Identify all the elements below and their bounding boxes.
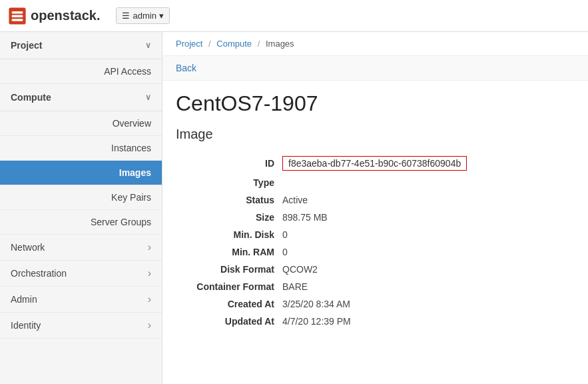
detail-label-min-ram: Min. RAM	[176, 247, 282, 257]
sidebar-item-instances-label: Instances	[111, 143, 151, 153]
topbar: openstack. ☰ admin ▾	[0, 0, 588, 32]
admin-chevron-icon: ▾	[159, 11, 164, 21]
detail-row-min-ram: Min. RAM 0	[176, 243, 575, 261]
arrow-right-icon-3: ›	[148, 293, 151, 305]
breadcrumb-compute[interactable]: Compute	[216, 39, 252, 49]
admin-menu-button[interactable]: ☰ admin ▾	[116, 7, 169, 24]
sidebar-item-admin[interactable]: Admin ›	[0, 287, 162, 313]
sidebar-section-project[interactable]: Project ∨	[0, 32, 162, 59]
sidebar-item-overview[interactable]: Overview	[0, 111, 162, 136]
detail-value-id: f8e3aeba-db77-4e51-b90c-60738f60904b	[282, 156, 467, 171]
arrow-right-icon: ›	[148, 241, 151, 253]
admin-label: admin	[133, 11, 156, 21]
detail-row-container-format: Container Format BARE	[176, 278, 575, 295]
sidebar-item-key-pairs-label: Key Pairs	[111, 192, 151, 203]
detail-label-updated-at: Updated At	[176, 316, 282, 327]
chevron-down-icon: ∨	[145, 41, 151, 50]
sidebar-item-server-groups[interactable]: Server Groups	[0, 210, 162, 235]
detail-value-disk-format: QCOW2	[282, 264, 318, 275]
sidebar-section-compute-label: Compute	[11, 92, 51, 103]
logo-text: openstack.	[31, 8, 100, 23]
logo: openstack.	[8, 7, 100, 25]
detail-label-disk-format: Disk Format	[176, 264, 282, 275]
breadcrumb-project[interactable]: Project	[176, 39, 202, 49]
back-section: Back	[162, 56, 588, 81]
sidebar-item-orchestration[interactable]: Orchestration ›	[0, 261, 162, 287]
sidebar-item-images[interactable]: Images	[0, 161, 162, 185]
breadcrumb-sep-1: /	[208, 39, 211, 49]
sidebar-item-network-label: Network	[11, 242, 45, 253]
detail-label-id: ID	[176, 158, 282, 169]
svg-rect-1	[12, 11, 23, 14]
arrow-right-icon-4: ›	[148, 319, 151, 331]
detail-value-created-at: 3/25/20 8:34 AM	[282, 299, 350, 309]
breadcrumb: Project / Compute / Images	[162, 32, 588, 56]
sidebar-item-instances[interactable]: Instances	[0, 136, 162, 161]
detail-label-min-disk: Min. Disk	[176, 229, 282, 240]
arrow-right-icon-2: ›	[148, 267, 151, 279]
svg-rect-3	[12, 19, 23, 21]
detail-row-size: Size 898.75 MB	[176, 209, 575, 226]
sidebar-item-identity[interactable]: Identity ›	[0, 313, 162, 339]
sidebar-item-images-label: Images	[119, 167, 151, 178]
detail-value-updated-at: 4/7/20 12:39 PM	[282, 316, 351, 327]
admin-icon: ☰	[122, 11, 130, 21]
sidebar-item-api-access-label: API Access	[104, 66, 151, 77]
detail-row-updated-at: Updated At 4/7/20 12:39 PM	[176, 313, 575, 330]
sidebar-section-project-label: Project	[11, 40, 42, 51]
detail-row-id: ID f8e3aeba-db77-4e51-b90c-60738f60904b	[176, 153, 575, 174]
detail-label-created-at: Created At	[176, 299, 282, 309]
detail-label-status: Status	[176, 195, 282, 205]
detail-label-size: Size	[176, 212, 282, 223]
detail-value-container-format: BARE	[282, 281, 308, 292]
detail-label-type: Type	[176, 177, 282, 188]
detail-row-disk-format: Disk Format QCOW2	[176, 261, 575, 278]
detail-row-type: Type	[176, 174, 575, 191]
detail-row-min-disk: Min. Disk 0	[176, 226, 575, 243]
content-area: Project / Compute / Images Back CentOS7-…	[162, 32, 588, 384]
detail-value-min-ram: 0	[282, 247, 288, 257]
back-button[interactable]: Back	[176, 63, 196, 73]
page-title: CentOS7-1907	[162, 81, 588, 121]
sidebar-item-server-groups-label: Server Groups	[91, 217, 151, 227]
sidebar-item-admin-label: Admin	[11, 294, 37, 305]
detail-value-size: 898.75 MB	[282, 212, 328, 223]
sidebar: Project ∨ API Access Compute ∨ Overview …	[0, 32, 162, 384]
detail-value-min-disk: 0	[282, 229, 288, 240]
section-heading: Image	[162, 121, 588, 153]
svg-rect-2	[12, 15, 23, 17]
sidebar-item-overview-label: Overview	[113, 118, 151, 129]
main-layout: Project ∨ API Access Compute ∨ Overview …	[0, 32, 588, 384]
detail-row-status: Status Active	[176, 191, 575, 209]
sidebar-item-api-access[interactable]: API Access	[0, 59, 162, 84]
breadcrumb-images: Images	[266, 39, 294, 49]
sidebar-item-orchestration-label: Orchestration	[11, 268, 67, 279]
chevron-down-icon-2: ∨	[145, 93, 151, 102]
sidebar-item-network[interactable]: Network ›	[0, 235, 162, 261]
detail-row-created-at: Created At 3/25/20 8:34 AM	[176, 295, 575, 313]
detail-value-status: Active	[282, 195, 308, 205]
detail-table: ID f8e3aeba-db77-4e51-b90c-60738f60904b …	[162, 153, 588, 343]
sidebar-section-compute[interactable]: Compute ∨	[0, 84, 162, 111]
detail-label-container-format: Container Format	[176, 281, 282, 292]
sidebar-item-key-pairs[interactable]: Key Pairs	[0, 185, 162, 210]
sidebar-item-identity-label: Identity	[11, 320, 41, 331]
breadcrumb-sep-2: /	[258, 39, 260, 49]
openstack-logo-icon	[8, 7, 27, 25]
